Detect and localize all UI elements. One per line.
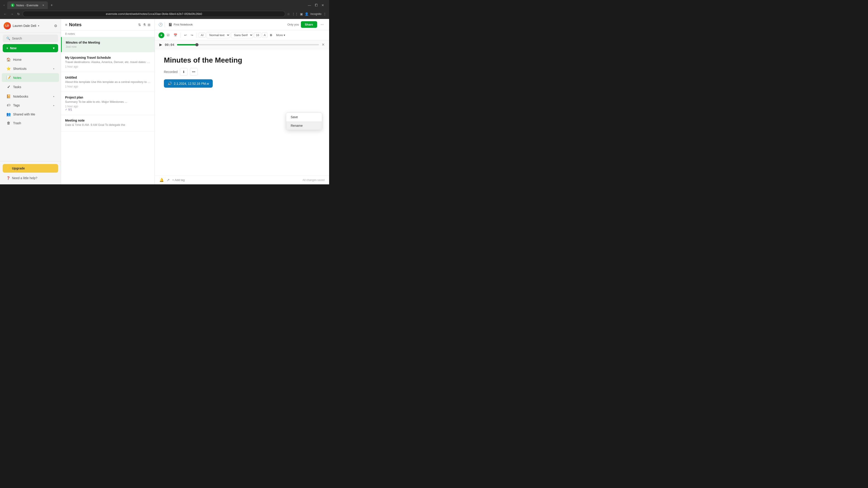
note-item-travel[interactable]: My Upcoming Travel Schedule Travel desti… <box>61 52 155 72</box>
tab-close-button[interactable]: ✕ <box>42 4 44 7</box>
url-input[interactable]: evernote.com/client/web#/notes/1cca33ae-… <box>23 11 285 17</box>
editor-panel: 🕐 📓 First Notebook Only you Share ··· + … <box>155 19 329 184</box>
notes-panel: ≡ Notes ⇅ ⚗ ⊞ 8 notes Minutes of the Mee… <box>61 19 155 184</box>
sidebar-item-tasks[interactable]: ✓ Tasks <box>2 82 59 92</box>
new-dropdown-icon[interactable]: ▾ <box>53 46 55 50</box>
address-bar: ← → ↻ evernote.com/client/web#/notes/1cc… <box>0 9 329 19</box>
sidebar-item-trash[interactable]: 🗑 Trash <box>2 119 59 127</box>
browser-frame: ‹ E Notes - Evernote ✕ + — ⧠ ✕ ← → ↻ eve… <box>0 0 329 184</box>
reader-mode-icon[interactable]: ⋮⋮ <box>292 12 298 16</box>
sidebar-nav: 🏠 Home ⭐ Shortcuts ▸ 📝 Notes ✓ Tasks <box>0 54 61 161</box>
audio-progress-thumb[interactable] <box>195 43 198 46</box>
audio-file-chip[interactable]: 🔊 2.1.2024, 12.52.16 PM.w <box>164 79 213 88</box>
split-screen-icon[interactable]: ▣ <box>300 12 303 16</box>
font-select[interactable]: Sans Serif <box>231 32 253 38</box>
note-meta: 1 hour ago <box>65 85 151 88</box>
tab-bar: ‹ E Notes - Evernote ✕ + — ⧠ ✕ <box>0 0 329 9</box>
view-toggle-icon[interactable]: ⊞ <box>148 23 151 27</box>
save-status: All changes saved <box>303 178 324 182</box>
tab-title: Notes - Evernote <box>16 4 38 7</box>
search-button[interactable]: 🔍 Search <box>3 35 58 42</box>
note-item-project[interactable]: Project plan Summary To be able to etc. … <box>61 92 155 115</box>
task-count: 0/1 <box>68 108 72 111</box>
text-style-select[interactable]: Normal text <box>206 32 230 38</box>
sidebar-item-notes[interactable]: 📝 Notes <box>2 73 59 82</box>
tasks-icon: ✓ <box>6 85 11 90</box>
notes-toolbar: ⇅ ⚗ ⊞ <box>138 23 151 27</box>
recorded-label: Recorded <box>164 70 178 74</box>
note-time: Just now <box>66 45 76 48</box>
expand-icon: ▸ <box>53 67 55 70</box>
window-close[interactable]: ✕ <box>320 3 326 7</box>
ai-button[interactable]: AI <box>199 33 206 38</box>
sidebar-item-home[interactable]: 🏠 Home <box>2 55 59 64</box>
sidebar-item-tags[interactable]: 🏷 Tags ▸ <box>2 101 59 109</box>
sidebar-item-label: Home <box>13 58 22 61</box>
share-footer-icon[interactable]: ↗ <box>166 178 169 182</box>
browser-tab[interactable]: E Notes - Evernote ✕ <box>7 1 48 9</box>
sidebar: LD Lauren Dale Deli ▾ ⚙ 🔍 Search + New ▾ <box>0 19 61 184</box>
context-menu-rename[interactable]: Rename <box>286 121 322 130</box>
note-item-minutes[interactable]: Minutes of the Meeting Just now <box>61 37 155 52</box>
note-title: Minutes of the Meeting <box>66 41 151 44</box>
editor-content-area[interactable]: Minutes of the Meeting Recorded ⬇ ••• 🔊 … <box>155 49 329 175</box>
redo-button[interactable]: ↪ <box>189 33 195 38</box>
notes-header: ≡ Notes ⇅ ⚗ ⊞ <box>61 19 155 31</box>
editor-top-actions: Only you Share ··· <box>287 21 326 28</box>
add-tag-button[interactable]: + Add tag <box>172 178 185 182</box>
context-menu-save[interactable]: Save <box>286 113 322 121</box>
audio-more-button[interactable]: ••• <box>190 68 197 76</box>
new-btn-left: + New <box>6 46 17 50</box>
download-button[interactable]: ⬇ <box>180 68 188 76</box>
more-options-button[interactable]: ··· <box>319 22 326 28</box>
reminder-icon[interactable]: 🔔 <box>159 178 164 182</box>
expand-icon: ▸ <box>53 95 55 98</box>
bookmark-icon[interactable]: ☆ <box>287 12 290 16</box>
more-format-button[interactable]: More ▾ <box>275 33 287 38</box>
expand-icon: ▸ <box>53 104 55 107</box>
share-button[interactable]: Share <box>301 21 317 28</box>
evernote-favicon: E <box>11 3 14 7</box>
help-button[interactable]: ❓ Need a little help? <box>3 174 58 182</box>
reload-button[interactable]: ↻ <box>16 11 21 17</box>
toolbar-divider-2 <box>181 33 181 38</box>
bold-button[interactable]: B <box>268 33 274 38</box>
back-button[interactable]: ← <box>3 11 8 17</box>
undo-button[interactable]: ↩ <box>183 33 188 38</box>
notebook-selector[interactable]: 📓 First Notebook <box>166 22 195 27</box>
checklist-button[interactable]: ☑ <box>165 33 171 38</box>
add-tag-label: Add tag <box>175 178 185 182</box>
extensions-menu[interactable]: ⋮ <box>323 12 327 16</box>
filter-icon[interactable]: ⚗ <box>143 23 146 27</box>
note-item-meeting[interactable]: Meeting note Date & Time 8 AM- 9 AM Goal… <box>61 115 155 132</box>
new-note-button[interactable]: + New ▾ <box>3 44 58 52</box>
sidebar-item-shared[interactable]: 👥 Shared with Me <box>2 110 59 119</box>
forward-button[interactable]: → <box>9 11 14 17</box>
audio-progress-bar[interactable] <box>177 44 319 45</box>
calendar-button[interactable]: 📅 <box>172 33 179 38</box>
window-maximize[interactable]: ⧠ <box>313 3 319 7</box>
sidebar-item-label: Tags <box>13 103 20 107</box>
profile-icon[interactable]: 👤 <box>305 12 309 16</box>
sidebar-item-label: Shared with Me <box>13 112 35 116</box>
upgrade-button[interactable]: ⚡ Upgrade <box>3 164 58 173</box>
new-tab-button[interactable]: + <box>49 3 55 7</box>
editor-history-icon[interactable]: 🕐 <box>158 23 163 27</box>
user-info[interactable]: LD Lauren Dale Deli ▾ <box>4 22 39 29</box>
add-content-button[interactable]: + <box>158 32 164 38</box>
note-item-untitled[interactable]: Untitled About this template Use this te… <box>61 72 155 92</box>
audio-playback-bar: ▶ 00:04 ✕ <box>155 40 329 49</box>
font-size-decrease[interactable]: 16 <box>254 32 261 38</box>
editor-note-title[interactable]: Minutes of the Meeting <box>164 56 320 64</box>
text-color-button[interactable]: A <box>262 32 268 38</box>
window-minimize[interactable]: — <box>307 3 312 7</box>
audio-close-button[interactable]: ✕ <box>322 42 324 47</box>
tab-scroll-left[interactable]: ‹ <box>2 3 6 7</box>
play-button[interactable]: ▶ <box>159 42 162 47</box>
sidebar-item-shortcuts[interactable]: ⭐ Shortcuts ▸ <box>2 64 59 73</box>
sort-icon[interactable]: ⇅ <box>138 23 141 27</box>
editor-top-toolbar: 🕐 📓 First Notebook Only you Share ··· <box>155 19 329 30</box>
sidebar-item-notebooks[interactable]: 📔 Notebooks ▸ <box>2 92 59 101</box>
settings-button[interactable]: ⚙ <box>54 24 57 28</box>
search-label: Search <box>12 37 22 40</box>
